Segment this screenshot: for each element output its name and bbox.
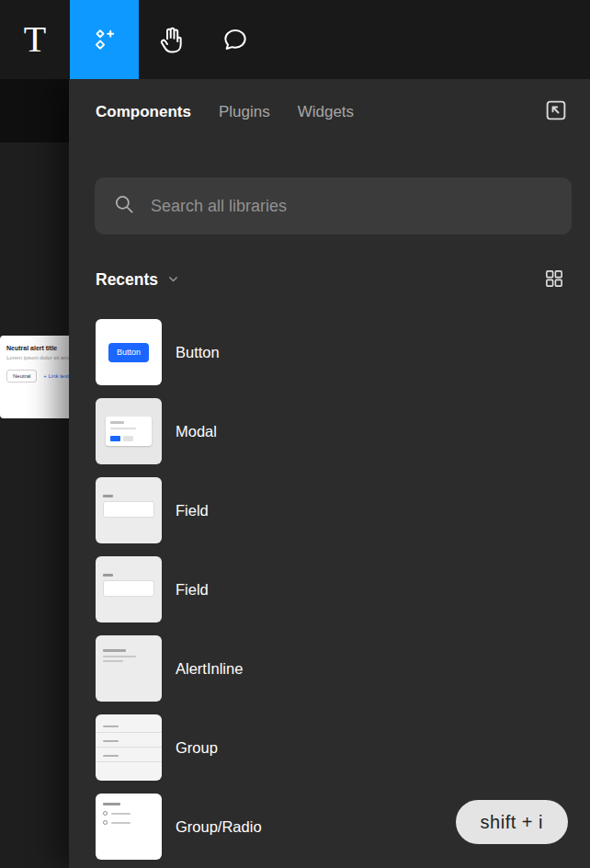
search-input[interactable]	[151, 197, 554, 216]
list-item-field[interactable]: Field	[96, 477, 590, 543]
recents-section-row: Recents	[96, 265, 570, 295]
text-tool-button[interactable]: T	[0, 0, 70, 79]
shortcut-hint-badge: shift + i	[456, 800, 568, 844]
component-thumbnail	[96, 714, 162, 781]
shortcut-hint-text: shift + i	[481, 812, 543, 833]
popout-arrow-icon	[542, 97, 570, 128]
comment-tool-icon	[221, 25, 250, 54]
search-bar[interactable]	[95, 177, 572, 234]
hand-tool-icon	[156, 25, 186, 54]
list-item-button[interactable]: Button Button	[96, 319, 590, 385]
component-label: Button	[176, 344, 220, 361]
alert-card-title: Neutral alert title	[6, 345, 69, 351]
component-label: Field	[176, 502, 209, 520]
components-list: Button Button Modal Field Field	[96, 319, 590, 860]
grid-view-icon	[542, 267, 566, 294]
panel-tabs: Components Plugins Widgets	[96, 103, 540, 121]
list-item-modal[interactable]: Modal	[96, 398, 590, 464]
tab-plugins[interactable]: Plugins	[219, 103, 270, 121]
grid-view-button[interactable]	[539, 265, 570, 296]
panel-header: Components Plugins Widgets	[69, 79, 590, 145]
component-thumbnail	[96, 635, 162, 702]
component-thumbnail: Button	[96, 319, 162, 385]
canvas-alert-card[interactable]: Neutral alert title Lorem ipsum dolor si…	[0, 336, 69, 418]
list-item-alertinline[interactable]: AlertInline	[96, 635, 590, 702]
chevron-down-icon	[167, 270, 179, 290]
component-label: Group	[176, 739, 218, 757]
toolbar: T	[0, 0, 590, 79]
alert-card-link-button[interactable]: + Link text	[43, 373, 69, 379]
component-resources-icon	[91, 26, 119, 53]
canvas-top-band	[0, 79, 69, 143]
component-label: Group/Radio	[176, 818, 262, 836]
component-thumbnail	[96, 794, 162, 860]
hand-tool-button[interactable]	[139, 0, 203, 79]
list-item-field-2[interactable]: Field	[96, 556, 590, 622]
recents-dropdown[interactable]: Recents	[96, 270, 179, 290]
canvas-area[interactable]: Neutral alert title Lorem ipsum dolor si…	[0, 79, 69, 868]
list-item-group[interactable]: Group	[96, 714, 590, 781]
components-panel: Components Plugins Widgets	[69, 79, 590, 868]
component-label: Modal	[176, 423, 217, 440]
alert-card-neutral-button[interactable]: Neutral	[6, 370, 37, 383]
component-label: Field	[176, 581, 209, 599]
tab-components[interactable]: Components	[96, 103, 191, 121]
search-icon	[112, 192, 136, 220]
component-thumbnail	[96, 556, 162, 622]
comment-tool-button[interactable]	[203, 0, 267, 79]
component-thumbnail	[96, 477, 162, 543]
popout-panel-button[interactable]	[540, 97, 572, 128]
component-label: AlertInline	[176, 660, 243, 678]
alert-card-body: Lorem ipsum dolor sit amet consec	[6, 355, 69, 360]
component-thumbnail	[96, 398, 162, 464]
text-tool-icon: T	[24, 21, 46, 58]
tab-widgets[interactable]: Widgets	[298, 103, 354, 121]
resources-tool-button[interactable]	[70, 0, 139, 79]
recents-label: Recents	[96, 270, 158, 290]
thumbnail-button-preview: Button	[108, 343, 149, 362]
